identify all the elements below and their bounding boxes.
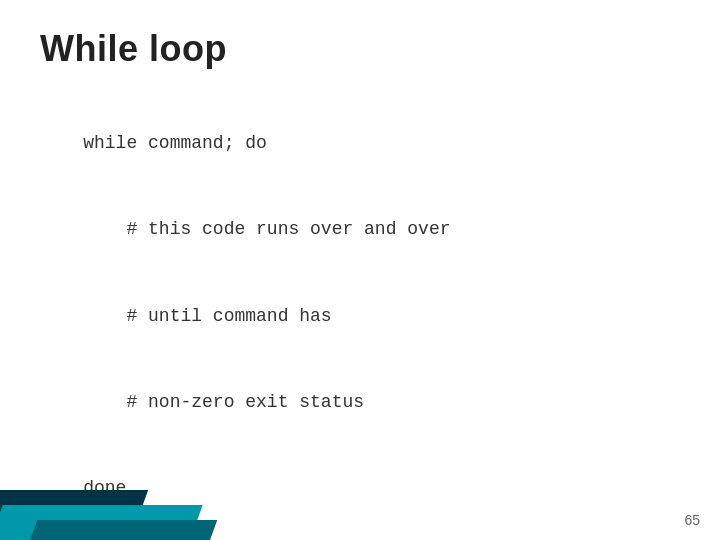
code-line-2: # this code runs over and over (83, 219, 450, 239)
slide-title: While loop (40, 28, 227, 70)
bottom-decoration (0, 490, 260, 540)
page-number: 65 (684, 512, 700, 528)
code-line-1: while command; do (83, 133, 267, 153)
code-line-4: # non-zero exit status (83, 392, 364, 412)
slide: While loop while command; do # this code… (0, 0, 720, 540)
code-block: while command; do # this code runs over … (40, 100, 450, 532)
code-line-3: # until command has (83, 306, 331, 326)
decoration-stripe-mid (30, 520, 217, 540)
